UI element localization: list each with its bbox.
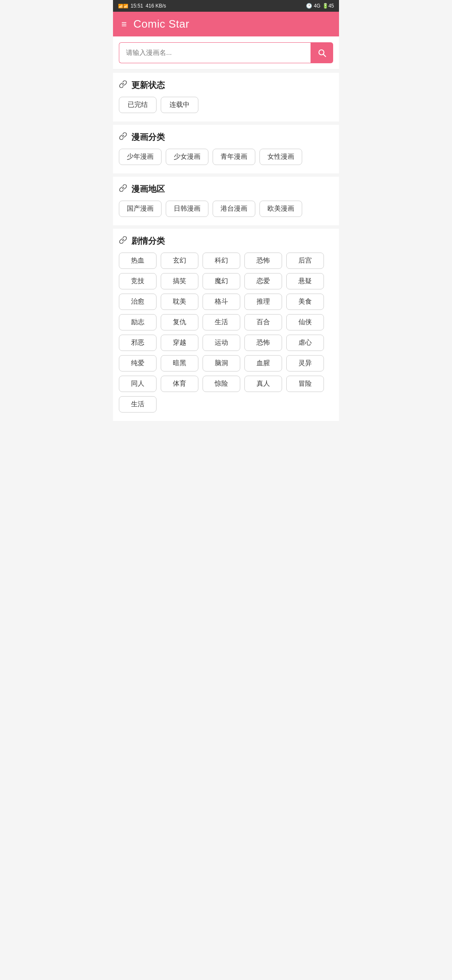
- tag-btn-搞笑[interactable]: 搞笑: [161, 273, 198, 289]
- tag-btn-格斗[interactable]: 格斗: [203, 294, 240, 310]
- tag-btn-悬疑[interactable]: 悬疑: [286, 273, 324, 289]
- tag-btn-国产漫画[interactable]: 国产漫画: [119, 201, 162, 217]
- section-header-plot-category: 剧情分类: [119, 235, 333, 247]
- tag-btn-耽美[interactable]: 耽美: [161, 294, 198, 310]
- tag-btn-惊险[interactable]: 惊险: [203, 376, 240, 392]
- tag-btn-恋爱[interactable]: 恋爱: [244, 273, 282, 289]
- tag-btn-纯爱[interactable]: 纯爱: [119, 355, 157, 371]
- tag-btn-生活[interactable]: 生活: [119, 396, 157, 413]
- section-header-comic-category: 漫画分类: [119, 132, 333, 143]
- link-icon: [119, 236, 127, 246]
- app-title: Comic Star: [134, 18, 190, 31]
- tag-btn-暗黑[interactable]: 暗黑: [161, 355, 198, 371]
- link-icon: [119, 132, 127, 142]
- tag-btn-灵异[interactable]: 灵异: [286, 355, 324, 371]
- tag-btn-治愈[interactable]: 治愈: [119, 294, 157, 310]
- tag-btn-少女漫画[interactable]: 少女漫画: [166, 149, 208, 165]
- section-title-comic-region: 漫画地区: [131, 183, 165, 195]
- section-header-comic-region: 漫画地区: [119, 183, 333, 195]
- tags-row-comic-region: 国产漫画日韩漫画港台漫画欧美漫画: [119, 201, 333, 217]
- section-title-plot-category: 剧情分类: [131, 235, 165, 247]
- tag-btn-复仇[interactable]: 复仇: [161, 314, 198, 330]
- tag-btn-竞技[interactable]: 竞技: [119, 273, 157, 289]
- tag-btn-热血[interactable]: 热血: [119, 253, 157, 269]
- section-comic-region: 漫画地区国产漫画日韩漫画港台漫画欧美漫画: [113, 177, 339, 225]
- alarm-icon: 🕐: [306, 3, 312, 9]
- section-update-status: 更新状态已完结连载中: [113, 73, 339, 121]
- tag-btn-运动[interactable]: 运动: [203, 335, 240, 351]
- menu-icon[interactable]: ≡: [121, 20, 127, 29]
- status-left: 📶📶 15:51 416 KB/s: [118, 3, 166, 9]
- tag-btn-血腥[interactable]: 血腥: [244, 355, 282, 371]
- search-icon: [317, 48, 327, 58]
- section-title-comic-category: 漫画分类: [131, 132, 165, 143]
- tag-btn-推理[interactable]: 推理: [244, 294, 282, 310]
- tags-row-comic-category: 少年漫画少女漫画青年漫画女性漫画: [119, 149, 333, 165]
- tag-btn-冒险[interactable]: 冒险: [286, 376, 324, 392]
- battery-icon: 🔋45: [322, 3, 334, 9]
- signal-icon: 📶📶: [118, 4, 128, 8]
- tag-btn-青年漫画[interactable]: 青年漫画: [213, 149, 255, 165]
- tag-btn-励志[interactable]: 励志: [119, 314, 157, 330]
- status-right: 🕐 4G 🔋45: [306, 3, 334, 9]
- tag-btn-生活[interactable]: 生活: [203, 314, 240, 330]
- tag-btn-已完结[interactable]: 已完结: [119, 97, 157, 113]
- tags-row-update-status: 已完结连载中: [119, 97, 333, 113]
- tag-btn-虐心[interactable]: 虐心: [286, 335, 324, 351]
- sections-container: 更新状态已完结连载中漫画分类少年漫画少女漫画青年漫画女性漫画漫画地区国产漫画日韩…: [113, 73, 339, 421]
- tag-btn-日韩漫画[interactable]: 日韩漫画: [166, 201, 208, 217]
- section-title-update-status: 更新状态: [131, 80, 165, 91]
- app-header: ≡ Comic Star: [113, 12, 339, 36]
- tag-btn-连载中[interactable]: 连载中: [161, 97, 198, 113]
- tag-btn-脑洞[interactable]: 脑洞: [203, 355, 240, 371]
- tags-row-plot-category: 热血玄幻科幻恐怖后宫竞技搞笑魔幻恋爱悬疑治愈耽美格斗推理美食励志复仇生活百合仙侠…: [119, 253, 333, 413]
- section-plot-category: 剧情分类热血玄幻科幻恐怖后宫竞技搞笑魔幻恋爱悬疑治愈耽美格斗推理美食励志复仇生活…: [113, 229, 339, 421]
- tag-btn-恐怖[interactable]: 恐怖: [244, 253, 282, 269]
- tag-btn-同人[interactable]: 同人: [119, 376, 157, 392]
- network-icon: 4G: [314, 3, 321, 9]
- tag-btn-港台漫画[interactable]: 港台漫画: [213, 201, 255, 217]
- tag-btn-百合[interactable]: 百合: [244, 314, 282, 330]
- search-input[interactable]: [119, 42, 311, 63]
- tag-btn-女性漫画[interactable]: 女性漫画: [259, 149, 302, 165]
- search-container: [113, 36, 339, 70]
- time: 15:51: [131, 3, 143, 9]
- tag-btn-美食[interactable]: 美食: [286, 294, 324, 310]
- link-icon: [119, 184, 127, 194]
- tag-btn-科幻[interactable]: 科幻: [203, 253, 240, 269]
- section-comic-category: 漫画分类少年漫画少女漫画青年漫画女性漫画: [113, 125, 339, 173]
- tag-btn-后宫[interactable]: 后宫: [286, 253, 324, 269]
- link-icon: [119, 80, 127, 90]
- section-header-update-status: 更新状态: [119, 80, 333, 91]
- status-bar: 📶📶 15:51 416 KB/s 🕐 4G 🔋45: [113, 0, 339, 12]
- tag-btn-仙侠[interactable]: 仙侠: [286, 314, 324, 330]
- tag-btn-玄幻[interactable]: 玄幻: [161, 253, 198, 269]
- search-button[interactable]: [311, 42, 333, 63]
- tag-btn-少年漫画[interactable]: 少年漫画: [119, 149, 162, 165]
- speed: 416 KB/s: [146, 3, 166, 9]
- tag-btn-欧美漫画[interactable]: 欧美漫画: [259, 201, 302, 217]
- tag-btn-邪恶[interactable]: 邪恶: [119, 335, 157, 351]
- tag-btn-真人[interactable]: 真人: [244, 376, 282, 392]
- tag-btn-恐怖[interactable]: 恐怖: [244, 335, 282, 351]
- tag-btn-体育[interactable]: 体育: [161, 376, 198, 392]
- tag-btn-穿越[interactable]: 穿越: [161, 335, 198, 351]
- tag-btn-魔幻[interactable]: 魔幻: [203, 273, 240, 289]
